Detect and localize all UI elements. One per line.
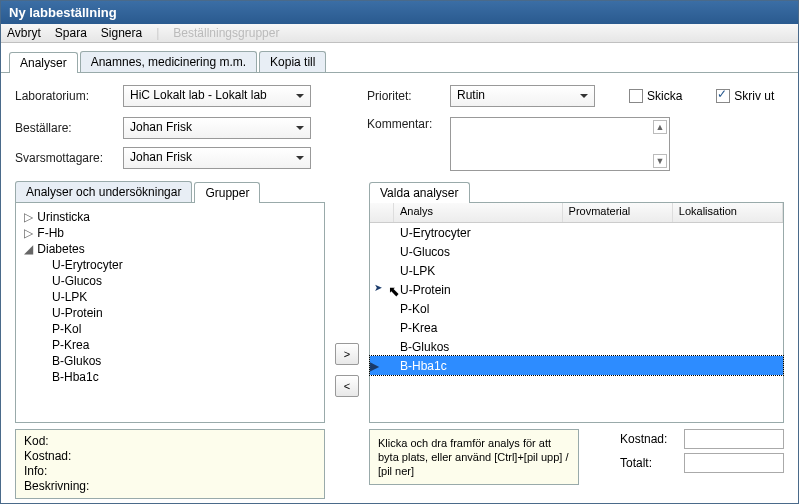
bestallare-label: Beställare: (15, 121, 115, 135)
kommentar-label: Kommentar: (367, 117, 442, 131)
grid-header-lokalisation[interactable]: Lokalisation (673, 203, 783, 222)
skrivut-checkbox[interactable] (716, 89, 730, 103)
tree-leaf[interactable]: U-LPK (24, 289, 316, 305)
menu-bestallningsgrupper: Beställningsgrupper (173, 26, 279, 40)
grid-row[interactable]: U-Erytrocyter (370, 223, 783, 242)
info-kostnad: Kostnad: (24, 449, 316, 464)
totalt-field (684, 453, 784, 473)
menu-avbryt[interactable]: Avbryt (7, 26, 41, 40)
add-button[interactable]: > (335, 343, 359, 365)
skicka-checkbox[interactable] (629, 89, 643, 103)
menu-spara[interactable]: Spara (55, 26, 87, 40)
remove-button[interactable]: < (335, 375, 359, 397)
tab-valda-analyser[interactable]: Valda analyser (369, 182, 470, 203)
svarsmottagare-label: Svarsmottagare: (15, 151, 115, 165)
tree-box[interactable]: ▷ Urinsticka ▷ F-Hb ◢ Diabetes U-Erytroc… (15, 203, 325, 423)
subtabs: Analyser och undersökningar Grupper (15, 181, 325, 203)
analyser-panel: Laboratorium: HiC Lokalt lab - Lokalt la… (1, 73, 798, 504)
menu-separator: | (156, 26, 159, 40)
kostnad-field (684, 429, 784, 449)
kostnad-label: Kostnad: (620, 432, 678, 446)
tree-node-diabetes[interactable]: ◢ Diabetes (24, 241, 316, 257)
subtab-grupper[interactable]: Grupper (194, 182, 260, 203)
grid-header: Analys Provmaterial Lokalisation (370, 203, 783, 223)
transfer-buttons: > < (335, 181, 359, 499)
tree-node-urinsticka[interactable]: ▷ Urinsticka (24, 209, 316, 225)
selected-analyses-grid[interactable]: Analys Provmaterial Lokalisation U-Erytr… (369, 203, 784, 423)
scroll-down-icon[interactable]: ▼ (653, 154, 667, 168)
right-column: Valda analyser Analys Provmaterial Lokal… (369, 181, 784, 499)
grid-header-provmaterial[interactable]: Provmaterial (563, 203, 673, 222)
grid-row[interactable]: U-LPK (370, 261, 783, 280)
laboratorium-label: Laboratorium: (15, 89, 115, 103)
grid-row[interactable]: P-Krea (370, 318, 783, 337)
tree-leaf[interactable]: U-Glucos (24, 273, 316, 289)
expand-icon[interactable]: ▷ (24, 210, 34, 224)
bestallare-select[interactable]: Johan Frisk (123, 117, 311, 139)
valda-tabs: Valda analyser (369, 181, 784, 203)
info-box: Kod: Kostnad: Info: Beskrivning: (15, 429, 325, 499)
main-tabs: Analyser Anamnes, medicinering m.m. Kopi… (1, 43, 798, 73)
tree-leaf[interactable]: U-Protein (24, 305, 316, 321)
laboratorium-select[interactable]: HiC Lokalt lab - Lokalt lab (123, 85, 311, 107)
info-beskrivning: Beskrivning: (24, 479, 316, 494)
grid-header-analys[interactable]: Analys (394, 203, 563, 222)
grid-row[interactable]: B-Glukos (370, 337, 783, 356)
svarsmottagare-select[interactable]: Johan Frisk (123, 147, 311, 169)
grid-header-handle (370, 203, 394, 222)
tab-kopia[interactable]: Kopia till (259, 51, 326, 72)
body-area: Analyser och undersökningar Grupper ▷ Ur… (15, 181, 784, 499)
cost-area: Kostnad: Totalt: (620, 423, 784, 473)
info-info: Info: (24, 464, 316, 479)
tree-leaf[interactable]: B-Hba1c (24, 369, 316, 385)
grid-body: U-Erytrocyter U-Glucos U-LPK U-Protein P… (370, 223, 783, 375)
grid-row-selected[interactable]: ▶B-Hba1c (370, 356, 783, 375)
grid-row[interactable]: U-Protein (370, 280, 783, 299)
tab-analyser[interactable]: Analyser (9, 52, 78, 73)
tree-leaf[interactable]: U-Erytrocyter (24, 257, 316, 273)
tree-leaf[interactable]: P-Kol (24, 321, 316, 337)
subtab-analyser[interactable]: Analyser och undersökningar (15, 181, 192, 202)
menu-signera[interactable]: Signera (101, 26, 142, 40)
scroll-up-icon[interactable]: ▲ (653, 120, 667, 134)
menubar: Avbryt Spara Signera | Beställningsgrupp… (1, 24, 798, 43)
tree-node-fhb[interactable]: ▷ F-Hb (24, 225, 316, 241)
skrivut-checkbox-label[interactable]: Skriv ut (716, 89, 774, 104)
info-kod: Kod: (24, 434, 316, 449)
reorder-hint: Klicka och dra framför analys för att by… (369, 429, 579, 485)
tree-leaf[interactable]: B-Glukos (24, 353, 316, 369)
prioritet-select[interactable]: Rutin (450, 85, 595, 107)
kommentar-textarea[interactable]: ▲ ▼ (450, 117, 670, 171)
collapse-icon[interactable]: ◢ (24, 242, 34, 256)
totalt-label: Totalt: (620, 456, 678, 470)
skicka-checkbox-label[interactable]: Skicka (629, 89, 682, 104)
window-title: Ny labbeställning (1, 1, 798, 24)
left-column: Analyser och undersökningar Grupper ▷ Ur… (15, 181, 325, 499)
tree-leaf[interactable]: P-Krea (24, 337, 316, 353)
grid-row[interactable]: U-Glucos (370, 242, 783, 261)
expand-icon[interactable]: ▷ (24, 226, 34, 240)
tab-anamnes[interactable]: Anamnes, medicinering m.m. (80, 51, 257, 72)
lab-order-window: Ny labbeställning Avbryt Spara Signera |… (0, 0, 799, 504)
prioritet-label: Prioritet: (367, 89, 442, 103)
grid-row[interactable]: P-Kol (370, 299, 783, 318)
